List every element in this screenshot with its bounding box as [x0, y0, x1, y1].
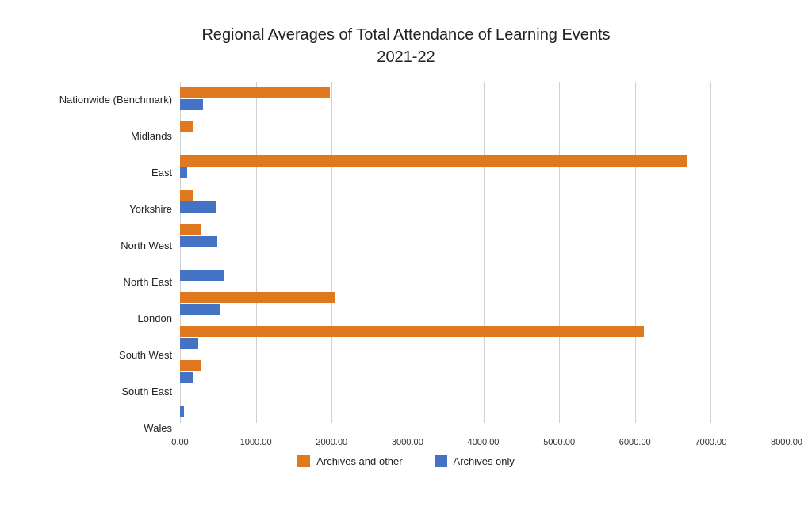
bar-orange: [180, 87, 330, 98]
y-axis-labels: Nationwide (Benchmark)MidlandsEastYorksh…: [25, 82, 180, 447]
legend-item-archives-other: Archives and other: [297, 455, 402, 467]
bar-group: [180, 155, 787, 178]
bar-row-orange: [180, 360, 201, 371]
title-line2: 2021-22: [377, 48, 435, 65]
bar-row-blue: [180, 304, 220, 315]
bar-row-blue: [180, 270, 224, 281]
bar-row-blue: [180, 372, 193, 383]
legend-label-archives-other: Archives and other: [316, 455, 402, 467]
bar-group: [180, 394, 787, 417]
bar-row-orange: [180, 155, 687, 167]
y-label: South West: [25, 349, 172, 362]
bar-blue: [180, 167, 187, 178]
legend-swatch-blue: [435, 455, 447, 467]
bar-row-blue: [180, 99, 203, 110]
x-tick: 2000.00: [316, 437, 347, 447]
bar-row-orange: [180, 121, 193, 132]
bar-row-blue: [180, 167, 187, 178]
x-tick: 6000.00: [619, 437, 651, 447]
bar-orange: [180, 292, 335, 303]
bar-group: [180, 224, 787, 247]
legend: Archives and other Archives only: [25, 455, 787, 467]
x-tick: 7000.00: [695, 437, 726, 447]
bar-orange: [180, 155, 687, 167]
x-tick: 8000.00: [771, 437, 802, 447]
bar-row-blue: [180, 406, 184, 417]
bar-orange: [180, 326, 644, 337]
bars-section: 0.001000.002000.003000.004000.005000.006…: [180, 82, 787, 447]
y-label: London: [25, 313, 172, 325]
bar-row-blue: [180, 236, 217, 247]
x-tick: 4000.00: [468, 437, 500, 447]
bar-blue: [180, 372, 193, 383]
x-axis: 0.001000.002000.003000.004000.005000.006…: [180, 423, 787, 447]
title-line1: Regional Averages of Total Attendance of…: [201, 25, 610, 43]
bar-blue: [180, 304, 220, 315]
y-label: Midlands: [25, 130, 172, 143]
y-label: Yorkshire: [25, 203, 172, 216]
bars-rows: [180, 82, 787, 423]
legend-label-archives-only: Archives only: [454, 455, 515, 467]
chart-container: Regional Averages of Total Attendance of…: [10, 7, 802, 507]
legend-swatch-orange: [297, 455, 310, 467]
bar-row-blue: [180, 338, 198, 349]
y-label: Nationwide (Benchmark): [25, 94, 172, 106]
y-label: East: [25, 167, 172, 179]
bar-group: [180, 360, 787, 383]
bar-blue: [180, 201, 216, 213]
y-label: Wales: [25, 422, 172, 435]
y-label: North West: [25, 240, 172, 252]
x-tick: 0.00: [171, 437, 188, 447]
x-tick: 5000.00: [543, 437, 575, 447]
chart-title: Regional Averages of Total Attendance of…: [25, 23, 787, 67]
x-tick: 3000.00: [392, 437, 423, 447]
bar-group: [180, 292, 787, 315]
bar-orange: [180, 224, 201, 235]
chart-area: Nationwide (Benchmark)MidlandsEastYorksh…: [25, 82, 787, 447]
bar-row-orange: [180, 224, 201, 235]
bar-group: [180, 121, 787, 144]
grid-line: [787, 82, 787, 423]
bar-orange: [180, 121, 193, 132]
bar-blue: [180, 236, 217, 247]
bar-blue: [180, 338, 198, 349]
y-label: North East: [25, 276, 172, 289]
legend-item-archives-only: Archives only: [435, 455, 515, 467]
bar-row-orange: [180, 292, 335, 303]
bar-group: [180, 87, 787, 110]
bar-orange: [180, 190, 193, 201]
bar-orange: [180, 360, 201, 371]
bar-row-orange: [180, 326, 644, 337]
bar-row-orange: [180, 87, 330, 98]
x-tick: 1000.00: [240, 437, 272, 447]
bar-row-orange: [180, 190, 193, 201]
bar-blue: [180, 406, 184, 417]
bar-blue: [180, 270, 224, 281]
bar-group: [180, 190, 787, 213]
bar-group: [180, 326, 787, 349]
bar-blue: [180, 99, 203, 110]
bar-row-blue: [180, 201, 216, 213]
bar-group: [180, 258, 787, 281]
y-label: South East: [25, 386, 172, 398]
